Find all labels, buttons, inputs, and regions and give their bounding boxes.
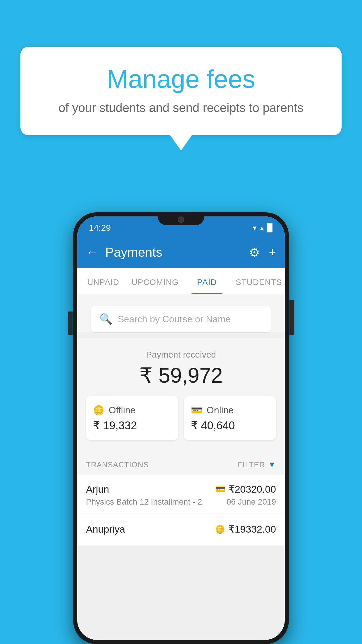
phone-screen: 14:29 ▾ ▴ ▉ ← Payments ⚙ +	[77, 216, 285, 640]
online-payment-card: 💳 Online ₹ 40,640	[184, 396, 276, 440]
online-card-header: 💳 Online	[191, 405, 269, 416]
transaction-course-1: Physics Batch 12 Installment - 2	[86, 497, 202, 507]
offline-card-header: 🪙 Offline	[93, 405, 171, 416]
phone-notch	[158, 212, 204, 225]
add-button[interactable]: +	[269, 245, 276, 259]
payment-section: Payment received ₹ 59,972 🪙 Offline ₹ 19…	[77, 338, 285, 452]
signal-icon: ▴	[260, 223, 264, 232]
transactions-header: TRANSACTIONS FILTER ▼	[77, 452, 285, 475]
speech-bubble: Manage fees of your students and send re…	[20, 47, 342, 135]
search-bar[interactable]: 🔍 Search by Course or Name	[91, 306, 271, 332]
transaction-row-2[interactable]: Anupriya 🪙 ₹19332.00	[77, 515, 285, 546]
transaction-top-2: Anupriya 🪙 ₹19332.00	[86, 523, 276, 535]
transaction-row[interactable]: Arjun 💳 ₹20320.00 Physics Batch 12 Insta…	[77, 475, 285, 515]
payment-received-label: Payment received	[86, 350, 276, 360]
search-input[interactable]: Search by Course or Name	[118, 314, 231, 325]
transaction-name-2: Anupriya	[86, 524, 125, 535]
app-bar: ← Payments ⚙ +	[77, 236, 285, 268]
settings-icon[interactable]: ⚙	[249, 245, 260, 260]
transaction-bottom-1: Physics Batch 12 Installment - 2 06 June…	[86, 497, 276, 507]
speech-bubble-container: Manage fees of your students and send re…	[20, 47, 342, 135]
tab-upcoming[interactable]: UPCOMING	[129, 268, 181, 294]
app-bar-left: ← Payments	[86, 245, 162, 260]
bubble-subtitle: of your students and send receipts to pa…	[44, 101, 318, 115]
status-time: 14:29	[89, 223, 111, 233]
offline-payment-card: 🪙 Offline ₹ 19,332	[86, 396, 178, 440]
phone-device: 14:29 ▾ ▴ ▉ ← Payments ⚙ +	[73, 212, 289, 644]
filter-icon[interactable]: ▼	[268, 460, 276, 469]
tab-students[interactable]: STUDENTS	[233, 268, 285, 294]
transaction-name-1: Arjun	[86, 484, 109, 495]
app-bar-right: ⚙ +	[249, 245, 276, 260]
back-button[interactable]: ←	[86, 245, 98, 259]
tab-paid[interactable]: PAID	[181, 268, 233, 294]
transaction-amount-2: ₹19332.00	[228, 523, 276, 535]
search-icon: 🔍	[99, 313, 113, 325]
front-camera	[178, 216, 184, 223]
filter-label: FILTER	[238, 460, 265, 469]
offline-payment-icon: 🪙	[93, 405, 105, 416]
app-bar-title: Payments	[105, 245, 162, 260]
battery-icon: ▉	[267, 223, 273, 232]
transaction-amount-1: ₹20320.00	[228, 483, 276, 495]
payment-cards: 🪙 Offline ₹ 19,332 💳 Online ₹ 40,640	[86, 396, 276, 440]
online-amount: ₹ 40,640	[191, 419, 269, 432]
transaction-top-1: Arjun 💳 ₹20320.00	[86, 483, 276, 495]
transaction-amount-container-2: 🪙 ₹19332.00	[215, 523, 276, 535]
phone-outer: 14:29 ▾ ▴ ▉ ← Payments ⚙ +	[73, 212, 289, 644]
status-icons: ▾ ▴ ▉	[253, 223, 273, 232]
tab-unpaid[interactable]: UNPAID	[77, 268, 129, 294]
tabs-container: UNPAID UPCOMING PAID STUDENTS	[77, 268, 285, 294]
transactions-label: TRANSACTIONS	[86, 460, 149, 469]
bubble-title: Manage fees	[44, 64, 318, 94]
wifi-icon: ▾	[253, 223, 256, 232]
filter-container[interactable]: FILTER ▼	[238, 460, 276, 469]
transaction-amount-container-1: 💳 ₹20320.00	[215, 483, 276, 495]
transaction-payment-icon-2: 🪙	[215, 524, 225, 534]
transaction-date-1: 06 June 2019	[226, 497, 276, 507]
offline-amount: ₹ 19,332	[93, 419, 171, 432]
payment-total-amount: ₹ 59,972	[86, 363, 276, 388]
transaction-payment-icon-1: 💳	[215, 484, 225, 494]
online-label: Online	[207, 405, 234, 416]
offline-label: Offline	[109, 405, 136, 416]
online-payment-icon: 💳	[191, 405, 203, 416]
